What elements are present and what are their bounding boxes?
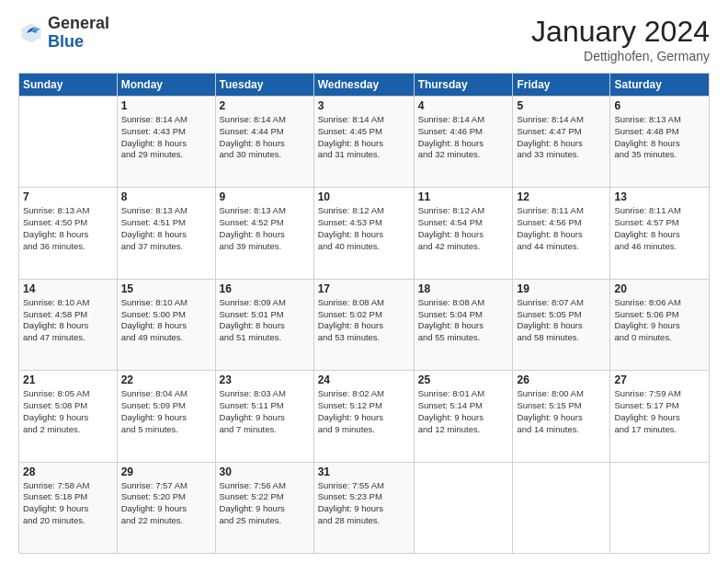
- day-number: 30: [220, 465, 310, 478]
- day-cell: 19Sunrise: 8:07 AMSunset: 5:05 PMDayligh…: [513, 279, 610, 370]
- day-cell: 8Sunrise: 8:13 AMSunset: 4:51 PMDaylight…: [117, 188, 215, 279]
- day-info: Sunrise: 8:13 AMSunset: 4:50 PMDaylight:…: [23, 205, 113, 252]
- day-info: Sunrise: 7:56 AMSunset: 5:22 PMDaylight:…: [220, 480, 310, 527]
- day-cell: 1Sunrise: 8:14 AMSunset: 4:43 PMDaylight…: [117, 97, 215, 188]
- month-title: January 2024: [531, 15, 710, 49]
- day-cell: [610, 462, 710, 553]
- day-number: 9: [220, 190, 310, 203]
- day-info: Sunrise: 8:13 AMSunset: 4:52 PMDaylight:…: [220, 205, 310, 252]
- day-info: Sunrise: 7:57 AMSunset: 5:20 PMDaylight:…: [121, 480, 211, 527]
- day-info: Sunrise: 8:14 AMSunset: 4:46 PMDaylight:…: [418, 114, 509, 161]
- day-number: 16: [220, 282, 310, 295]
- week-row-0: 1Sunrise: 8:14 AMSunset: 4:43 PMDaylight…: [19, 97, 710, 188]
- day-number: 19: [517, 282, 606, 295]
- day-number: 22: [121, 373, 211, 386]
- week-row-2: 14Sunrise: 8:10 AMSunset: 4:58 PMDayligh…: [19, 279, 710, 370]
- day-cell: [513, 462, 610, 553]
- day-header-wednesday: Wednesday: [313, 74, 414, 97]
- day-info: Sunrise: 7:55 AMSunset: 5:23 PMDaylight:…: [318, 480, 410, 527]
- day-header-tuesday: Tuesday: [215, 74, 313, 97]
- day-info: Sunrise: 8:14 AMSunset: 4:47 PMDaylight:…: [517, 114, 606, 161]
- day-cell: 24Sunrise: 8:02 AMSunset: 5:12 PMDayligh…: [313, 371, 414, 462]
- day-header-friday: Friday: [513, 74, 610, 97]
- day-cell: 22Sunrise: 8:04 AMSunset: 5:09 PMDayligh…: [117, 371, 215, 462]
- calendar-body: 1Sunrise: 8:14 AMSunset: 4:43 PMDaylight…: [19, 97, 710, 554]
- day-info: Sunrise: 8:11 AMSunset: 4:57 PMDaylight:…: [614, 205, 705, 252]
- week-row-3: 21Sunrise: 8:05 AMSunset: 5:08 PMDayligh…: [19, 371, 710, 462]
- day-info: Sunrise: 8:12 AMSunset: 4:54 PMDaylight:…: [418, 205, 509, 252]
- day-info: Sunrise: 8:04 AMSunset: 5:09 PMDaylight:…: [121, 388, 211, 435]
- day-cell: 9Sunrise: 8:13 AMSunset: 4:52 PMDaylight…: [215, 188, 313, 279]
- day-info: Sunrise: 8:10 AMSunset: 5:00 PMDaylight:…: [121, 297, 211, 344]
- day-cell: 4Sunrise: 8:14 AMSunset: 4:46 PMDaylight…: [414, 97, 513, 188]
- header-row: SundayMondayTuesdayWednesdayThursdayFrid…: [19, 74, 710, 97]
- day-info: Sunrise: 8:14 AMSunset: 4:45 PMDaylight:…: [318, 114, 410, 161]
- day-number: 26: [517, 373, 606, 386]
- day-cell: 7Sunrise: 8:13 AMSunset: 4:50 PMDaylight…: [19, 188, 118, 279]
- day-cell: 16Sunrise: 8:09 AMSunset: 5:01 PMDayligh…: [215, 279, 313, 370]
- day-number: 4: [418, 99, 509, 112]
- logo: General Blue: [18, 15, 109, 52]
- day-number: 24: [318, 373, 410, 386]
- day-info: Sunrise: 8:01 AMSunset: 5:14 PMDaylight:…: [418, 388, 509, 435]
- day-cell: 30Sunrise: 7:56 AMSunset: 5:22 PMDayligh…: [215, 462, 313, 553]
- day-number: 18: [418, 282, 509, 295]
- day-info: Sunrise: 8:14 AMSunset: 4:44 PMDaylight:…: [220, 114, 310, 161]
- day-number: 10: [318, 190, 410, 203]
- day-cell: 17Sunrise: 8:08 AMSunset: 5:02 PMDayligh…: [313, 279, 414, 370]
- day-info: Sunrise: 8:11 AMSunset: 4:56 PMDaylight:…: [517, 205, 606, 252]
- day-number: 11: [418, 190, 509, 203]
- day-number: 6: [614, 99, 705, 112]
- week-row-1: 7Sunrise: 8:13 AMSunset: 4:50 PMDaylight…: [19, 188, 710, 279]
- day-cell: 21Sunrise: 8:05 AMSunset: 5:08 PMDayligh…: [19, 371, 118, 462]
- day-number: 5: [517, 99, 606, 112]
- day-info: Sunrise: 7:59 AMSunset: 5:17 PMDaylight:…: [614, 388, 705, 435]
- day-info: Sunrise: 8:06 AMSunset: 5:06 PMDaylight:…: [614, 297, 705, 344]
- day-info: Sunrise: 8:08 AMSunset: 5:02 PMDaylight:…: [318, 297, 410, 344]
- header: General Blue January 2024 Dettighofen, G…: [18, 15, 710, 63]
- day-header-monday: Monday: [117, 74, 215, 97]
- day-number: 20: [614, 282, 705, 295]
- day-number: 29: [121, 465, 211, 478]
- day-header-thursday: Thursday: [414, 74, 513, 97]
- day-info: Sunrise: 8:10 AMSunset: 4:58 PMDaylight:…: [23, 297, 113, 344]
- logo-blue-text: Blue: [48, 33, 109, 52]
- day-info: Sunrise: 8:09 AMSunset: 5:01 PMDaylight:…: [220, 297, 310, 344]
- svg-marker-0: [22, 23, 41, 42]
- day-info: Sunrise: 8:13 AMSunset: 4:51 PMDaylight:…: [121, 205, 211, 252]
- logo-text: General Blue: [48, 15, 109, 52]
- day-number: 21: [23, 373, 113, 386]
- day-cell: 10Sunrise: 8:12 AMSunset: 4:53 PMDayligh…: [313, 188, 414, 279]
- day-number: 23: [220, 373, 310, 386]
- day-info: Sunrise: 8:12 AMSunset: 4:53 PMDaylight:…: [318, 205, 410, 252]
- day-number: 25: [418, 373, 509, 386]
- day-cell: 14Sunrise: 8:10 AMSunset: 4:58 PMDayligh…: [19, 279, 118, 370]
- title-block: January 2024 Dettighofen, Germany: [531, 15, 710, 63]
- day-number: 27: [614, 373, 705, 386]
- calendar-header: SundayMondayTuesdayWednesdayThursdayFrid…: [19, 74, 710, 97]
- day-number: 31: [318, 465, 410, 478]
- day-cell: 15Sunrise: 8:10 AMSunset: 5:00 PMDayligh…: [117, 279, 215, 370]
- day-info: Sunrise: 8:14 AMSunset: 4:43 PMDaylight:…: [121, 114, 211, 161]
- day-cell: 3Sunrise: 8:14 AMSunset: 4:45 PMDaylight…: [313, 97, 414, 188]
- day-number: 28: [23, 465, 113, 478]
- day-header-saturday: Saturday: [610, 74, 710, 97]
- day-number: 3: [318, 99, 410, 112]
- day-number: 2: [220, 99, 310, 112]
- day-number: 17: [318, 282, 410, 295]
- day-cell: 28Sunrise: 7:58 AMSunset: 5:18 PMDayligh…: [19, 462, 118, 553]
- day-info: Sunrise: 8:00 AMSunset: 5:15 PMDaylight:…: [517, 388, 606, 435]
- day-number: 15: [121, 282, 211, 295]
- day-number: 14: [23, 282, 113, 295]
- calendar: SundayMondayTuesdayWednesdayThursdayFrid…: [18, 73, 710, 554]
- day-cell: 23Sunrise: 8:03 AMSunset: 5:11 PMDayligh…: [215, 371, 313, 462]
- day-number: 12: [517, 190, 606, 203]
- page: General Blue January 2024 Dettighofen, G…: [0, 0, 728, 563]
- day-cell: 12Sunrise: 8:11 AMSunset: 4:56 PMDayligh…: [513, 188, 610, 279]
- day-header-sunday: Sunday: [19, 74, 118, 97]
- day-info: Sunrise: 8:08 AMSunset: 5:04 PMDaylight:…: [418, 297, 509, 344]
- day-info: Sunrise: 7:58 AMSunset: 5:18 PMDaylight:…: [23, 480, 113, 527]
- day-number: 7: [23, 190, 113, 203]
- day-cell: 31Sunrise: 7:55 AMSunset: 5:23 PMDayligh…: [313, 462, 414, 553]
- day-cell: 11Sunrise: 8:12 AMSunset: 4:54 PMDayligh…: [414, 188, 513, 279]
